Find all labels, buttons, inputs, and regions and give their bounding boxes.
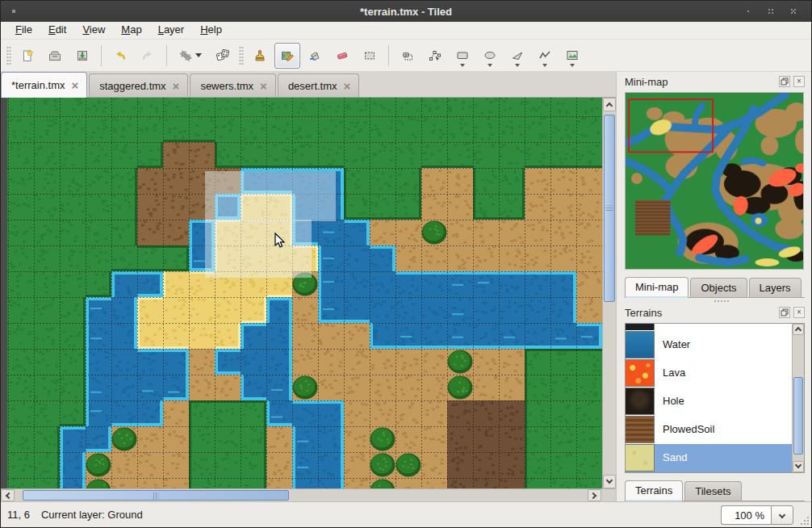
- zoom-level-value[interactable]: 100 %: [721, 505, 771, 525]
- vertical-scroll-track[interactable]: [603, 111, 616, 475]
- map-horizontal-scrollbar[interactable]: [1, 488, 616, 501]
- resize-grip[interactable]: [801, 517, 809, 525]
- menu-help[interactable]: Help: [192, 22, 230, 39]
- tab-sewerstmx[interactable]: sewers.tmx×: [190, 73, 276, 97]
- tab-layers[interactable]: Layers: [749, 278, 802, 297]
- random-mode-button[interactable]: [210, 43, 236, 69]
- edit-polygons-button[interactable]: [422, 43, 448, 69]
- new-file-icon: [21, 49, 34, 62]
- menu-view[interactable]: View: [74, 22, 113, 39]
- minimap-float-icon[interactable]: [779, 76, 790, 87]
- terrains-close-icon[interactable]: ×: [793, 307, 805, 318]
- insert-polygon-icon: [511, 49, 524, 62]
- terrain-brush-button[interactable]: [274, 43, 300, 69]
- menu-edit[interactable]: Edit: [40, 22, 74, 39]
- insert-rectangle-button[interactable]: [450, 43, 475, 69]
- bucket-fill-button[interactable]: [302, 43, 328, 69]
- stamp-brush-button[interactable]: [247, 43, 273, 69]
- window-title: *terrain.tmx - Tiled: [1, 6, 811, 18]
- terrain-scroll-up-button[interactable]: [793, 324, 804, 335]
- toolbar-grip[interactable]: [239, 46, 244, 65]
- terrains-tab-bar: TerrainsTilesets: [625, 480, 805, 501]
- chevron-down-icon: [195, 53, 202, 57]
- minimap-dock-header[interactable]: Mini-map ×: [625, 73, 805, 90]
- select-objects-button[interactable]: [395, 43, 421, 69]
- tab-minimap[interactable]: Mini-map: [625, 277, 689, 298]
- horizontal-scroll-track[interactable]: [15, 489, 588, 501]
- sand-swatch: [626, 444, 655, 471]
- terrain-scroll-thumb[interactable]: [793, 377, 803, 455]
- terrains-title: Terrains: [625, 307, 662, 319]
- map-vertical-scrollbar[interactable]: [602, 98, 616, 488]
- vertical-scroll-thumb[interactable]: [604, 115, 615, 302]
- toolbar-separator: [101, 45, 102, 66]
- zoom-dropdown-button[interactable]: [771, 505, 793, 525]
- menu-file[interactable]: File: [7, 22, 40, 39]
- tab-terraintmx[interactable]: *terrain.tmx×: [1, 72, 87, 98]
- toolbar-grip[interactable]: [6, 46, 11, 65]
- terrain-item-water[interactable]: Water: [626, 331, 792, 359]
- terrains-float-icon[interactable]: [779, 307, 790, 318]
- terrain-list-scrollbar[interactable]: [792, 324, 804, 472]
- save-file-icon: [76, 49, 89, 62]
- tab-close-icon[interactable]: ×: [342, 80, 353, 92]
- eraser-button[interactable]: [329, 43, 355, 69]
- chevron-down-icon: [460, 64, 465, 67]
- tab-terrains[interactable]: Terrains: [625, 480, 683, 501]
- terrain-item-hole[interactable]: Hole: [626, 388, 792, 416]
- chevron-down-icon: [542, 64, 547, 67]
- tab-staggeredtmx[interactable]: staggered.tmx×: [89, 73, 188, 97]
- automap-button[interactable]: [173, 43, 208, 69]
- rectangular-select-button[interactable]: [357, 43, 383, 69]
- insert-polyline-button[interactable]: [532, 43, 558, 69]
- terrain-list: WaterLavaHolePlowedSoilSand: [625, 323, 805, 473]
- terrain-item-plowedsoil[interactable]: PlowedSoil: [626, 416, 792, 444]
- terrain-item-partial[interactable]: [626, 324, 792, 331]
- undo-button[interactable]: [107, 43, 133, 69]
- terrain-brush-icon: [281, 49, 294, 62]
- plowedsoil-swatch: [626, 416, 655, 443]
- scroll-right-button[interactable]: [588, 489, 601, 501]
- terrain-item-sand[interactable]: Sand: [626, 444, 792, 472]
- minimize-button[interactable]: [743, 6, 753, 16]
- close-button[interactable]: [789, 6, 798, 16]
- terrains-dock-header[interactable]: Terrains ×: [625, 304, 805, 321]
- save-file-button[interactable]: [69, 43, 95, 69]
- terrain-scroll-track[interactable]: [793, 335, 804, 461]
- insert-ellipse-button[interactable]: [477, 43, 503, 69]
- tab-close-icon[interactable]: ×: [171, 80, 182, 92]
- tab-objects[interactable]: Objects: [690, 278, 747, 297]
- scroll-up-button[interactable]: [603, 98, 616, 111]
- title-bar[interactable]: *terrain.tmx - Tiled: [1, 1, 811, 22]
- scroll-left-button[interactable]: [1, 489, 15, 501]
- rectangular-select-icon: [363, 49, 376, 62]
- open-file-button[interactable]: [42, 43, 68, 69]
- tab-deserttmx[interactable]: desert.tmx×: [278, 73, 359, 97]
- toolbar: [1, 40, 811, 72]
- panel-splitter[interactable]: [625, 298, 805, 304]
- maximize-button[interactable]: [766, 6, 776, 16]
- redo-button[interactable]: [135, 43, 161, 69]
- minimap-canvas[interactable]: [625, 92, 804, 270]
- tab-close-icon[interactable]: ×: [69, 79, 80, 91]
- map-canvas[interactable]: [7, 98, 602, 488]
- tab-tilesets[interactable]: Tilesets: [684, 481, 741, 501]
- menu-layer[interactable]: Layer: [150, 22, 193, 39]
- scrollbar-corner: [601, 489, 616, 501]
- menu-map[interactable]: Map: [113, 22, 149, 39]
- undo-icon: [114, 49, 127, 62]
- tab-close-icon[interactable]: ×: [258, 80, 269, 92]
- terrain-item-lava[interactable]: Lava: [626, 359, 792, 388]
- chevron-down-icon: [515, 64, 520, 67]
- new-file-button[interactable]: [15, 43, 40, 69]
- minimap-tab-bar: Mini-mapObjectsLayers: [625, 277, 805, 298]
- insert-polygon-button[interactable]: [504, 43, 530, 69]
- minimap-title: Mini-map: [625, 76, 668, 88]
- insert-tile-button[interactable]: [559, 43, 585, 69]
- open-file-icon: [48, 49, 61, 62]
- horizontal-scroll-thumb[interactable]: [23, 490, 289, 501]
- terrain-scroll-down-button[interactable]: [793, 461, 804, 472]
- scroll-down-button[interactable]: [603, 475, 616, 488]
- redo-icon: [141, 49, 154, 62]
- minimap-close-icon[interactable]: ×: [793, 76, 805, 87]
